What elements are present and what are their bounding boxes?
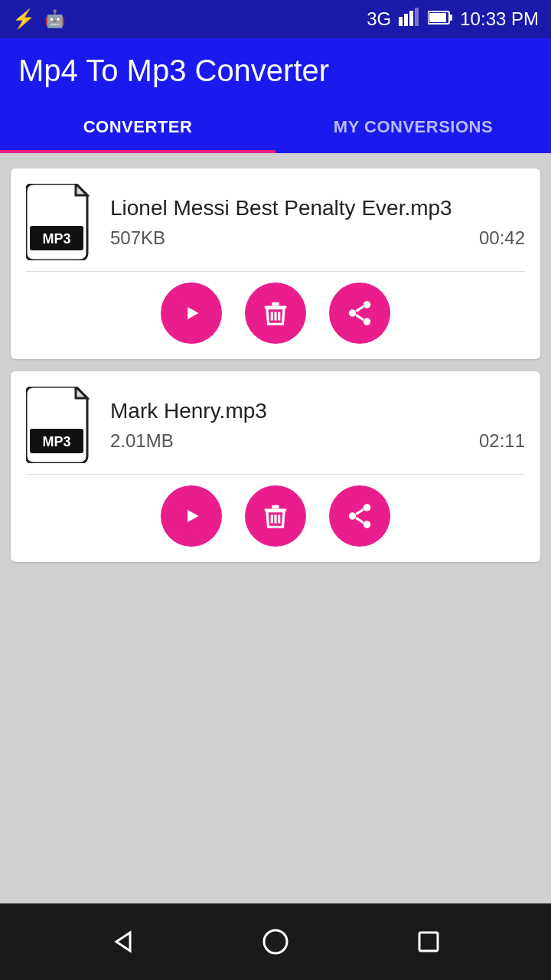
svg-line-19 [356,315,364,319]
svg-line-31 [356,509,364,514]
file-name-1: Lionel Messi Best Penalty Ever.mp3 [110,195,525,221]
svg-rect-2 [409,11,413,26]
file-size-2: 2.01MB [110,430,174,452]
svg-rect-5 [429,13,446,22]
svg-point-34 [264,930,287,953]
file-divider-2 [26,474,525,475]
battery-icon [428,8,452,30]
mp3-file-icon-2: MP3 [26,387,95,463]
share-icon-2 [345,501,374,531]
tab-my-conversions[interactable]: MY CONVERSIONS [276,103,551,151]
back-button[interactable] [109,928,136,956]
play-button-1[interactable] [161,283,222,344]
svg-point-15 [364,301,371,309]
status-bar-left: ⚡ 🤖 [12,8,65,30]
bottom-nav [0,903,551,980]
file-actions-2 [26,485,525,547]
file-divider-1 [26,271,525,272]
svg-text:MP3: MP3 [42,434,70,449]
share-button-1[interactable] [329,283,390,344]
file-duration-2: 02:11 [479,430,525,452]
status-bar-right: 3G 10:33 PM [367,8,539,31]
usb-icon: ⚡ [12,8,35,30]
recent-button[interactable] [415,928,442,956]
svg-rect-24 [272,505,279,509]
delete-icon-1 [261,299,290,328]
file-meta-1: 507KB 00:42 [110,227,525,249]
app-title: Mp4 To Mp3 Converter [18,54,329,87]
svg-point-29 [349,512,357,520]
delete-icon-2 [261,501,290,531]
svg-line-32 [356,518,364,522]
svg-point-17 [364,318,371,325]
play-icon-1 [177,299,206,328]
svg-rect-0 [399,17,403,26]
play-icon-2 [177,501,206,531]
file-duration-1: 00:42 [479,227,525,249]
tab-converter[interactable]: CONVERTER [0,103,276,151]
time-label: 10:33 PM [460,8,539,30]
file-size-1: 507KB [110,227,165,249]
svg-rect-11 [272,302,279,306]
delete-button-2[interactable] [245,485,306,547]
signal-bars-icon [399,8,420,31]
delete-button-1[interactable] [245,283,306,344]
status-bar: ⚡ 🤖 3G 10:33 PM [0,0,551,38]
file-card-2: MP3 Mark Henry.mp3 2.01MB 02:11 [11,371,540,562]
play-button-2[interactable] [161,485,222,547]
app-header: Mp4 To Mp3 Converter [0,38,551,103]
svg-rect-1 [404,14,408,26]
recent-icon [415,928,442,956]
svg-point-30 [364,521,371,528]
signal-label: 3G [367,8,391,30]
svg-rect-3 [415,8,419,26]
file-card-1-top: MP3 Lionel Messi Best Penalty Ever.mp3 5… [26,184,525,260]
back-icon [109,928,136,956]
file-meta-2: 2.01MB 02:11 [110,430,525,452]
svg-text:MP3: MP3 [42,231,70,247]
mp3-file-icon-1: MP3 [26,184,95,260]
svg-point-28 [364,504,371,511]
content-area: MP3 Lionel Messi Best Penalty Ever.mp3 5… [0,153,551,903]
file-name-2: Mark Henry.mp3 [110,398,525,424]
share-button-2[interactable] [329,485,390,547]
svg-rect-35 [419,933,438,951]
svg-rect-6 [449,15,452,21]
tab-bar: CONVERTER MY CONVERSIONS [0,103,551,153]
file-info-2: Mark Henry.mp3 2.01MB 02:11 [110,398,525,452]
file-info-1: Lionel Messi Best Penalty Ever.mp3 507KB… [110,195,525,249]
home-button[interactable] [262,928,289,956]
file-card-2-top: MP3 Mark Henry.mp3 2.01MB 02:11 [26,387,525,463]
android-icon: 🤖 [44,9,65,29]
svg-line-18 [356,306,364,311]
file-actions-1 [26,283,525,344]
home-icon [262,928,289,956]
svg-point-16 [349,309,357,317]
share-icon-1 [345,299,374,328]
svg-marker-33 [116,933,130,951]
file-card-1: MP3 Lionel Messi Best Penalty Ever.mp3 5… [11,168,540,359]
